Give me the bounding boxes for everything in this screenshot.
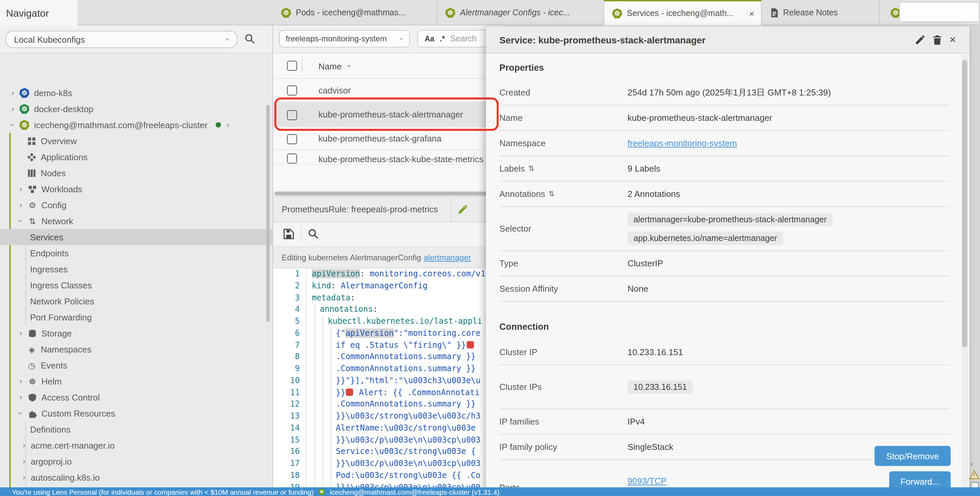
- detail-row-cluster-ip: Cluster IP10.233.16.151: [500, 340, 949, 365]
- match-case-icon[interactable]: Aa: [425, 35, 434, 43]
- sidebar-item-definitions[interactable]: Definitions: [0, 421, 273, 437]
- partial-icon: ‹: [970, 459, 973, 469]
- sidebar-item-config[interactable]: ›⚙Config: [0, 197, 273, 213]
- sidebar-item-label: Port Forwarding: [30, 312, 92, 322]
- tab-bar: Navigator ☸Pods - icecheng@mathmas...☸Al…: [0, 0, 980, 25]
- tab-alertmanager-configs-icec[interactable]: ☸Alertmanager Configs - icec...: [437, 0, 604, 25]
- sidebar-item-access-control[interactable]: ›Access Control: [0, 389, 273, 405]
- sidebar-item-endpoints[interactable]: Endpoints: [0, 245, 273, 261]
- sidebar-item-namespaces[interactable]: ◈Namespaces: [0, 341, 273, 357]
- sidebar-item-network[interactable]: ›⇅Network: [0, 213, 273, 229]
- row-checkbox[interactable]: [287, 134, 297, 144]
- sidebar-item-ingress-classes[interactable]: Ingress Classes: [0, 277, 273, 293]
- scrollbar-thumb[interactable]: [274, 191, 499, 195]
- detail-label: Cluster IP: [500, 347, 538, 357]
- chevron-down-icon[interactable]: ›: [16, 218, 25, 224]
- tab-label: Pods - icecheng@mathmas...: [296, 8, 405, 17]
- sidebar-item-docker-desktop[interactable]: ›☸docker-desktop: [0, 101, 273, 117]
- column-header-name[interactable]: Name ›: [318, 53, 350, 79]
- sidebar-item-services[interactable]: Services: [0, 229, 273, 245]
- detail-row-name: Namekube-prometheus-stack-alertmanager: [500, 105, 949, 131]
- tab-services-icecheng-math[interactable]: ☸Services - icecheng@math...×: [604, 0, 762, 25]
- row-checkbox[interactable]: [287, 86, 297, 95]
- sidebar-scrollbar[interactable]: [266, 105, 270, 322]
- sidebar-item-icecheng-mathmast-com-freeleaps-cluster[interactable]: ›☸icecheng@mathmast.com@freeleaps-cluste…: [0, 117, 273, 133]
- sidebar-item-ingresses[interactable]: Ingresses: [0, 261, 273, 277]
- section-title-connection: Connection: [500, 322, 949, 334]
- panel-scrollbar-thumb[interactable]: [962, 60, 967, 347]
- tab-pods-icecheng-mathmas[interactable]: ☸Pods - icecheng@mathmas...: [273, 0, 437, 25]
- sidebar-item-nodes[interactable]: Nodes: [0, 165, 273, 181]
- detail-value: kube-prometheus-stack-alertmanager: [627, 113, 772, 123]
- sidebar-item-argoproj-io[interactable]: ›argoproj.io: [0, 453, 273, 469]
- active-cluster-status[interactable]: icecheng@mathmast.com@freeleaps-cluster …: [330, 488, 500, 496]
- column-header-label: Name: [318, 61, 342, 71]
- detail-label: Labels: [500, 164, 525, 173]
- detail-value: SingleStack: [627, 442, 673, 452]
- chevron-down-icon[interactable]: ›: [8, 121, 18, 128]
- workloads-icon: [27, 184, 37, 194]
- detail-row-namespace: Namespacefreeleaps-monitoring-system: [500, 131, 949, 156]
- delete-trash-icon[interactable]: [932, 34, 943, 45]
- sidebar-item-port-forwarding[interactable]: Port Forwarding: [0, 309, 273, 325]
- sidebar-item-overview[interactable]: Overview: [0, 133, 273, 149]
- chevron-right-icon[interactable]: ›: [21, 440, 27, 450]
- warning-icon: [969, 470, 979, 479]
- chevron-right-icon[interactable]: ›: [225, 120, 232, 129]
- close-icon[interactable]: ×: [949, 34, 956, 45]
- namespaces-icon: ◈: [27, 344, 37, 354]
- sort-toggle-icon[interactable]: ⇅: [528, 164, 535, 173]
- close-tab-icon[interactable]: ×: [749, 8, 754, 18]
- select-all-checkbox[interactable]: [287, 61, 297, 71]
- sidebar-item-applications[interactable]: Applications: [0, 149, 273, 165]
- search-icon[interactable]: [244, 33, 256, 45]
- sidebar-item-events[interactable]: ◷Events: [0, 357, 273, 373]
- sidebar-item-label: Ingress Classes: [30, 280, 92, 290]
- edit-pencil-icon[interactable]: [915, 34, 925, 45]
- chevron-right-icon[interactable]: ›: [10, 88, 16, 97]
- horizontal-scrollbar[interactable]: [273, 190, 503, 196]
- kubeconfig-dropdown[interactable]: Local Kubeconfigs ›: [5, 31, 238, 48]
- editor-search-icon[interactable]: [308, 228, 319, 240]
- line-number: 8: [273, 351, 300, 364]
- stop-remove-button[interactable]: Stop/Remove: [875, 446, 951, 466]
- row-checkbox[interactable]: [287, 154, 297, 164]
- regex-icon[interactable]: .*: [440, 35, 445, 43]
- sidebar-item-autoscaling-k8s-io[interactable]: ›autoscaling.k8s.io: [0, 469, 273, 485]
- sidebar-item-network-policies[interactable]: Network Policies: [0, 293, 273, 309]
- port-link-9093-tcp[interactable]: 9093/TCP: [627, 476, 667, 486]
- sidebar-item-custom-resources[interactable]: ›Custom Resources: [0, 405, 273, 421]
- edit-pencil-icon[interactable]: [457, 204, 468, 215]
- chevron-right-icon[interactable]: ›: [18, 184, 24, 194]
- column-divider: [302, 59, 302, 73]
- chevron-right-icon[interactable]: ›: [21, 473, 27, 482]
- namespace-dropdown[interactable]: freeleaps-monitoring-system ›: [279, 30, 410, 48]
- chevron-right-icon[interactable]: ›: [18, 200, 24, 210]
- sort-toggle-icon[interactable]: ⇅: [549, 189, 554, 198]
- editing-context-link[interactable]: alertmanager: [424, 253, 471, 262]
- chevron-down-icon[interactable]: ›: [16, 410, 25, 417]
- sidebar-item-acme-cert-manager-io[interactable]: ›acme.cert-manager.io: [0, 437, 273, 453]
- line-number: 5: [273, 316, 300, 328]
- chevron-right-icon[interactable]: ›: [10, 104, 16, 113]
- chevron-right-icon[interactable]: ›: [18, 377, 24, 386]
- sidebar-item-storage[interactable]: ›Storage: [0, 325, 273, 341]
- sidebar-item-helm[interactable]: ›☸Helm: [0, 373, 273, 389]
- nodes-icon: [27, 168, 37, 178]
- table-row-kube-prometheus-stack-grafana[interactable]: kube-prometheus-stack-grafana: [273, 127, 503, 150]
- chevron-right-icon[interactable]: ›: [18, 328, 24, 338]
- value-badge: alertmanager=kube-prometheus-stack-alert…: [627, 213, 833, 226]
- sidebar-item-demo-k8s[interactable]: ›☸demo-k8s: [0, 85, 273, 101]
- table-row-kube-prometheus-stack-kube-state-metrics[interactable]: kube-prometheus-stack-kube-state-metrics: [273, 150, 503, 165]
- sidebar-item-workloads[interactable]: ›Workloads: [0, 181, 273, 197]
- detail-label: Selector: [500, 224, 531, 234]
- sidebar-item-label: Services: [30, 232, 64, 242]
- tab-release-notes[interactable]: Release Notes: [762, 0, 880, 25]
- line-number: 1: [273, 269, 300, 280]
- detail-label: Created: [500, 87, 530, 97]
- chevron-right-icon[interactable]: ›: [21, 456, 27, 466]
- yaml-editor[interactable]: 1apiVersion: monitoring.coreos.com/v12ki…: [273, 269, 503, 496]
- save-icon[interactable]: [283, 228, 294, 240]
- chevron-right-icon[interactable]: ›: [18, 393, 24, 402]
- namespace-link[interactable]: freeleaps-monitoring-system: [627, 138, 737, 148]
